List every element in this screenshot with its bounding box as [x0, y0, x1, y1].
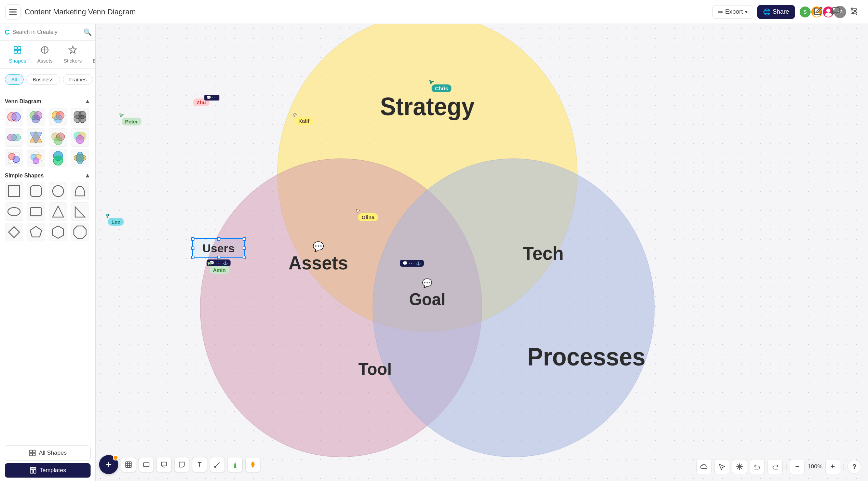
search-input[interactable] [12, 29, 81, 35]
comment-button[interactable] [828, 3, 843, 18]
redo-button[interactable] [768, 459, 783, 474]
export-button[interactable]: ⇒ Export ▾ [712, 5, 753, 19]
venn-shape-8[interactable] [71, 128, 89, 147]
users-selected-element[interactable]: Users [192, 238, 245, 258]
selection-handle-bm[interactable] [217, 256, 220, 259]
svg-point-40 [76, 135, 84, 144]
svg-point-30 [79, 115, 86, 123]
simple-shapes-toggle[interactable]: ▲ [84, 172, 91, 179]
topbar: Content Marketing Venn Diagram ⇒ Export … [0, 0, 868, 24]
shape-square[interactable] [5, 182, 23, 200]
venn-shape-6[interactable] [27, 128, 45, 147]
venn-shape-11[interactable] [49, 149, 67, 167]
shape-right-triangle[interactable] [71, 202, 89, 221]
svg-text:Processes: Processes [527, 343, 646, 371]
selection-handle-br[interactable] [243, 256, 246, 259]
selection-handle-tm[interactable] [217, 237, 220, 241]
venn-shape-1[interactable] [5, 108, 23, 126]
nav-assets[interactable]: Assets [32, 43, 58, 66]
add-icon: + [106, 459, 112, 470]
venn-shape-2[interactable] [27, 108, 45, 126]
shape-rect2[interactable] [27, 202, 45, 221]
svg-point-20 [12, 112, 21, 121]
users-label: Users [202, 242, 235, 255]
shape-octagon[interactable] [71, 223, 89, 241]
export-icon: ⇒ [718, 8, 723, 16]
filter-business[interactable]: Business [26, 74, 60, 85]
templates-button[interactable]: Templates [5, 463, 91, 478]
svg-point-26 [54, 115, 62, 123]
zoom-out-button[interactable]: − [790, 459, 805, 474]
line-tool-button[interactable] [210, 457, 225, 472]
hamburger-button[interactable] [5, 4, 21, 19]
settings-button[interactable] [846, 3, 861, 18]
shape-pentagon[interactable] [27, 223, 45, 241]
zoom-out-icon: − [795, 462, 800, 471]
venn-shape-7[interactable] [49, 128, 67, 147]
shape-arc[interactable] [71, 182, 89, 200]
venn-shape-5[interactable] [5, 128, 23, 147]
search-icon[interactable]: 🔍 [83, 28, 92, 36]
filter-all[interactable]: All [5, 74, 24, 85]
venn-shape-9[interactable] [5, 149, 23, 167]
selection-handle-bl[interactable] [191, 256, 194, 259]
svg-rect-87 [144, 463, 149, 467]
svg-point-32 [11, 134, 21, 141]
svg-rect-67 [33, 453, 35, 456]
cursor-tool-button[interactable] [714, 459, 729, 474]
venn-section-toggle[interactable]: ▲ [84, 98, 91, 105]
selection-handle-tr[interactable] [243, 237, 246, 241]
zoom-in-icon: + [830, 462, 835, 471]
filter-row: All Business Frames [0, 71, 95, 88]
svg-point-43 [13, 156, 19, 163]
nav-embed[interactable]: Embed [87, 43, 96, 66]
document-title[interactable]: Content Marketing Venn Diagram [25, 8, 136, 16]
zoom-in-button[interactable]: + [825, 459, 840, 474]
all-shapes-button[interactable]: All Shapes [5, 445, 91, 460]
nav-shapes[interactable]: Shapes [3, 43, 32, 66]
nav-stickers[interactable]: Stickers [58, 43, 87, 66]
svg-point-12 [852, 12, 854, 14]
text-tool-button[interactable]: T [192, 457, 207, 472]
canvas[interactable]: Strategy 💬 Assets Tech 💬 Goal Tool Proce… [96, 24, 868, 481]
selection-handle-ml[interactable] [191, 246, 194, 250]
move-tool-button[interactable] [732, 459, 747, 474]
frame-tool-button[interactable] [121, 457, 136, 472]
svg-point-37 [54, 137, 62, 145]
shape-triangle[interactable] [49, 202, 67, 221]
shape-diamond[interactable] [5, 223, 23, 241]
venn-shape-12[interactable] [71, 149, 89, 167]
svg-marker-18 [69, 46, 77, 53]
help-button[interactable]: ? [847, 460, 861, 473]
rect-tool-button[interactable] [139, 457, 154, 472]
add-badge [113, 455, 118, 460]
edit-button[interactable] [811, 3, 826, 18]
right-toolbar [811, 3, 861, 18]
undo-button[interactable] [750, 459, 765, 474]
zoom-controls: | − 100% + | ? [696, 459, 861, 474]
venn-shape-3[interactable] [49, 108, 67, 126]
venn-shape-grid [5, 108, 91, 167]
text-note-tool-button[interactable] [157, 457, 172, 472]
filter-frames[interactable]: Frames [63, 74, 93, 85]
svg-point-56 [8, 208, 20, 216]
selection-handle-mr[interactable] [243, 246, 246, 250]
avatar-s: S [799, 6, 811, 18]
venn-shape-10[interactable] [27, 149, 45, 167]
share-button[interactable]: 🌐 Share [757, 5, 795, 19]
add-button[interactable]: + [99, 455, 118, 474]
venn-shape-4[interactable] [71, 108, 89, 126]
svg-text:Strategy: Strategy [380, 93, 475, 121]
shape-oval[interactable] [5, 202, 23, 221]
zoom-level-display: 100% [808, 463, 822, 470]
selection-handle-tl[interactable] [191, 237, 194, 241]
marker-tool-button[interactable] [228, 457, 243, 472]
cloud-sync-button[interactable] [696, 459, 711, 474]
shape-circle[interactable] [49, 182, 67, 200]
sticky-tool-button[interactable] [174, 457, 189, 472]
svg-text:Goal: Goal [409, 290, 445, 309]
svg-text:Tech: Tech [523, 242, 564, 264]
highlighter-tool-button[interactable] [245, 457, 260, 472]
shape-hexagon[interactable] [49, 223, 67, 241]
shape-rounded-rect[interactable] [27, 182, 45, 200]
